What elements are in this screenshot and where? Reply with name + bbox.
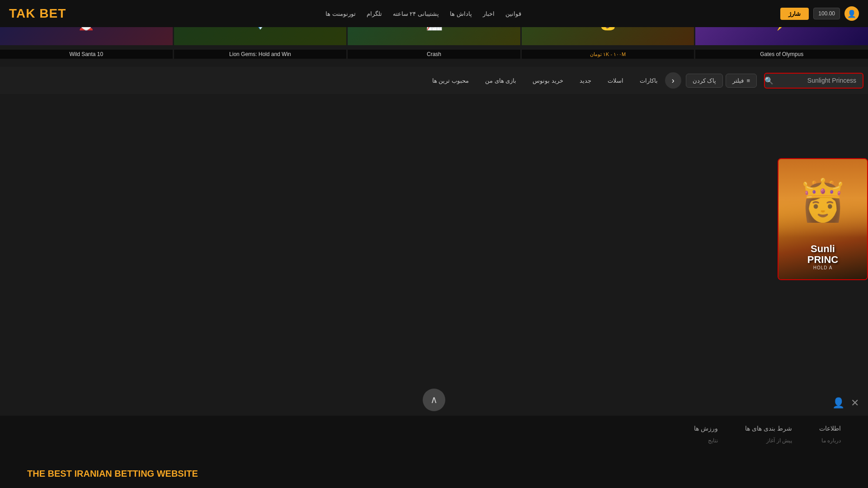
nav-prev-button[interactable]: ‹ <box>665 72 681 89</box>
site-logo[interactable]: TAK BET <box>9 6 66 21</box>
nav-tournaments[interactable]: تورنومنت ها <box>326 10 356 17</box>
game-tile-crash-label: Crash <box>348 50 520 59</box>
tab-new[interactable]: جدید <box>572 74 599 87</box>
game-tile-santa-label: Wild Santa 10 <box>0 50 173 59</box>
footer-tagline: THE BEST IRANIAN BETTING WEBSITE <box>27 469 198 479</box>
category-tabs: باکارات اسلات جدید خرید بونوس بازی های م… <box>0 74 665 87</box>
game-tile-promo-text: ۱K - ۱۰۰M تومان <box>590 52 626 57</box>
footer-sports-heading: ورزش ها <box>694 425 718 432</box>
header-nav: قوانین اخبار پاداش ها پشتیبانی ۲۴ ساعته … <box>326 10 521 17</box>
game-card-subtitle: HOLD A <box>778 265 867 270</box>
search-input[interactable] <box>777 77 856 84</box>
game-card-figure: 👸 <box>778 159 867 237</box>
user-icon[interactable]: 👤 <box>832 397 844 409</box>
footer-section-sports: ورزش ها نتایج <box>694 425 718 444</box>
footer-sports-link[interactable]: نتایج <box>694 437 718 444</box>
nav-news[interactable]: اخبار <box>483 10 495 17</box>
tab-slots[interactable]: اسلات <box>600 74 631 87</box>
header: 👤 100.00 شارژ قوانین اخبار پاداش ها پشتی… <box>0 0 868 27</box>
scroll-up-button[interactable]: ∧ <box>423 389 445 411</box>
footer-section-info: اطلاعات درباره ما <box>819 425 841 444</box>
deposit-button[interactable]: شارژ <box>780 8 809 20</box>
tab-baccarat[interactable]: باکارات <box>632 74 665 87</box>
game-tile-crash-promo-label: ۱K - ۱۰۰M تومان <box>522 50 694 59</box>
game-card-sunlight-princess[interactable]: 👸 SunliPRINC HOLD A <box>778 158 868 280</box>
tagline-orange: BETTING WEBSITE <box>114 469 198 479</box>
game-tile-lion-text: Lion Gems: Hold and Win <box>229 51 291 57</box>
balance-amount: 100.00 <box>818 10 835 17</box>
footer-betting-link[interactable]: پیش از آغاز <box>745 437 792 444</box>
balance-display: 100.00 <box>813 8 840 19</box>
tab-popular[interactable]: محبوب ترین ها <box>425 74 476 87</box>
game-card-inner: 👸 SunliPRINC HOLD A <box>778 159 867 279</box>
tab-my-games[interactable]: بازی های من <box>478 74 524 87</box>
footer-betting-heading: شرط بندی های ها <box>745 425 792 432</box>
main-content <box>0 94 868 416</box>
game-tile-crash-text: Crash <box>427 51 441 57</box>
search-icon: 🔍 <box>764 76 774 85</box>
footer: اطلاعات درباره ما شرط بندی های ها پیش از… <box>0 416 868 488</box>
game-tile-gates-label: Gates of Olympus <box>695 50 868 59</box>
filter-icon: ≡ <box>746 77 750 84</box>
game-tile-lion-label: Lion Gems: Hold and Win <box>174 50 347 59</box>
tab-bonus-buy[interactable]: خرید بونوس <box>525 74 571 87</box>
nav-rules[interactable]: قوانین <box>505 10 521 17</box>
avatar[interactable]: 👤 <box>844 6 859 21</box>
tagline-white: THE BEST IRANIAN <box>27 469 112 479</box>
game-card-character: 👸 <box>797 177 848 224</box>
game-card-title: SunliPRINC <box>778 244 867 265</box>
game-tile-santa-text: Wild Santa 10 <box>69 51 103 57</box>
game-tile-gates-text: Gates of Olympus <box>760 51 803 57</box>
header-right: 👤 100.00 شارژ <box>780 6 859 21</box>
footer-info-heading: اطلاعات <box>819 425 841 432</box>
footer-info-link[interactable]: درباره ما <box>819 437 841 444</box>
search-input-wrapper: 🔍 <box>764 73 863 89</box>
chevron-up-icon: ∧ <box>430 394 438 406</box>
close-icon[interactable]: ✕ <box>851 397 859 409</box>
bottom-right-icons: ✕ 👤 <box>832 397 859 409</box>
filter-button[interactable]: ≡ فیلتر <box>726 74 757 88</box>
nav-rewards[interactable]: پاداش ها <box>450 10 472 17</box>
clear-button[interactable]: پاک کردن <box>686 74 723 88</box>
nav-support[interactable]: پشتیبانی ۲۴ ساعته <box>393 10 439 17</box>
filter-label: فیلتر <box>732 77 744 84</box>
chevron-left-icon: ‹ <box>672 76 675 85</box>
game-card-title-overlay: SunliPRINC HOLD A <box>778 244 867 270</box>
footer-section-betting: شرط بندی های ها پیش از آغاز <box>745 425 792 444</box>
search-filter-bar: 🔍 ≡ فیلتر پاک کردن ‹ باکارات اسلات جدید … <box>0 67 868 94</box>
nav-telegram[interactable]: تلگرام <box>367 10 382 17</box>
clear-label: پاک کردن <box>693 77 717 84</box>
